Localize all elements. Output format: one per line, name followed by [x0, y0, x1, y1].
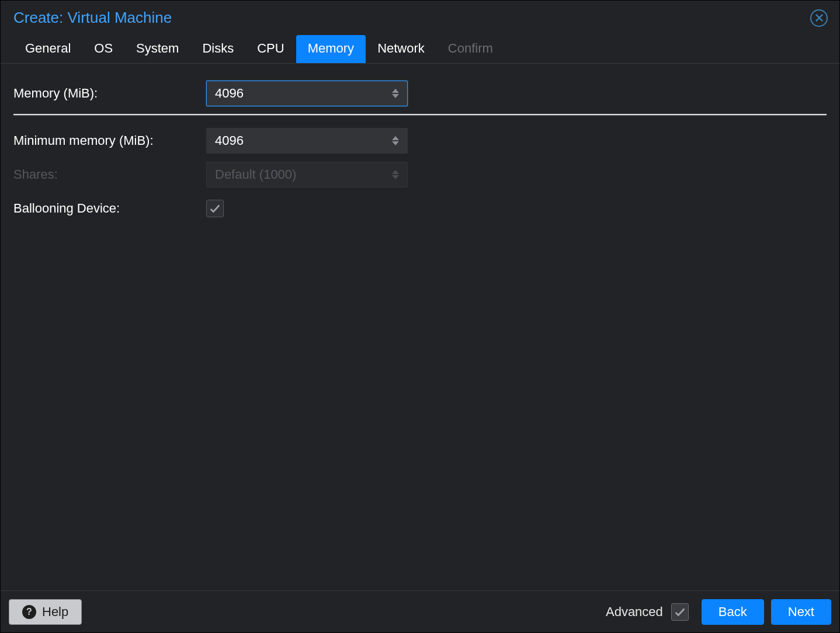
tab-bar: General OS System Disks CPU Memory Netwo…	[1, 35, 839, 64]
ballooning-label: Ballooning Device:	[13, 201, 206, 216]
tab-cpu[interactable]: CPU	[245, 35, 296, 63]
min-memory-spinner[interactable]: 4096	[206, 128, 408, 154]
back-button[interactable]: Back	[702, 599, 764, 625]
section-divider	[13, 114, 827, 116]
min-memory-value[interactable]: 4096	[207, 133, 388, 148]
chevron-up-icon	[392, 170, 399, 174]
memory-spinner[interactable]: 4096	[206, 81, 408, 106]
shares-value: Default (1000)	[207, 167, 388, 182]
memory-label: Memory (MiB):	[13, 86, 206, 101]
advanced-label: Advanced	[606, 604, 663, 620]
tab-disks[interactable]: Disks	[190, 35, 245, 63]
row-ballooning: Ballooning Device:	[13, 192, 827, 225]
ballooning-checkbox[interactable]	[206, 200, 224, 217]
chevron-down-icon[interactable]	[392, 94, 399, 98]
tab-os[interactable]: OS	[82, 35, 124, 63]
tab-memory[interactable]: Memory	[296, 35, 366, 63]
row-min-memory: Minimum memory (MiB): 4096	[13, 124, 827, 158]
dialog-window: Create: Virtual Machine General OS Syste…	[0, 0, 840, 633]
help-icon: ?	[22, 605, 36, 619]
help-button[interactable]: ? Help	[9, 599, 82, 625]
shares-steppers	[388, 170, 407, 179]
memory-steppers	[388, 89, 407, 98]
shares-spinner: Default (1000)	[206, 162, 408, 187]
row-shares: Shares: Default (1000)	[13, 158, 827, 192]
help-label: Help	[42, 604, 68, 620]
tab-system[interactable]: System	[124, 35, 190, 63]
footer: ? Help Advanced Back Next	[1, 590, 839, 632]
window-title: Create: Virtual Machine	[13, 9, 172, 27]
min-memory-label: Minimum memory (MiB):	[13, 133, 206, 148]
chevron-up-icon[interactable]	[392, 136, 399, 140]
advanced-checkbox[interactable]	[671, 603, 689, 621]
tab-network[interactable]: Network	[366, 35, 436, 63]
checkmark-icon	[209, 202, 221, 215]
row-memory: Memory (MiB): 4096	[13, 76, 827, 110]
next-button[interactable]: Next	[771, 599, 831, 625]
min-memory-steppers	[388, 136, 407, 145]
shares-label: Shares:	[13, 167, 206, 182]
memory-value[interactable]: 4096	[207, 86, 388, 101]
tab-general[interactable]: General	[13, 35, 82, 63]
chevron-up-icon[interactable]	[392, 89, 399, 93]
checkmark-icon	[674, 606, 686, 618]
form-area: Memory (MiB): 4096 Minimum memory (MiB):…	[1, 64, 839, 225]
close-icon	[815, 13, 824, 22]
tab-confirm: Confirm	[436, 35, 505, 63]
chevron-down-icon	[392, 175, 399, 179]
close-button[interactable]	[810, 9, 828, 27]
titlebar: Create: Virtual Machine	[1, 1, 839, 35]
chevron-down-icon[interactable]	[392, 141, 399, 145]
